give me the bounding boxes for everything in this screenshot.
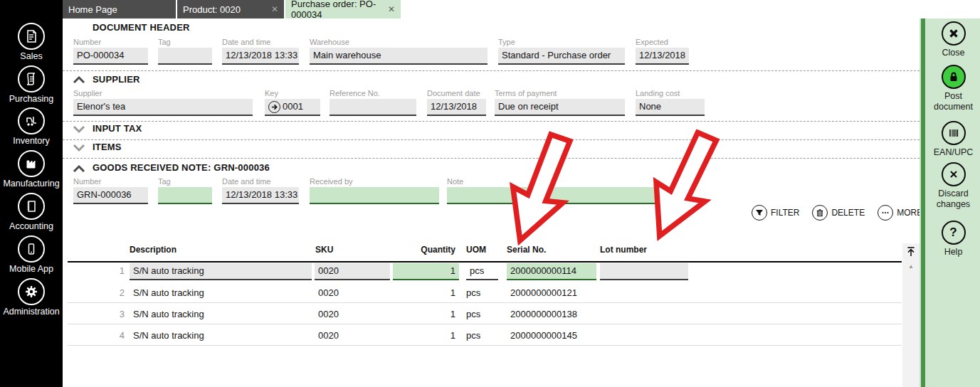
date-time-input[interactable]: 12/13/2018 13:33 bbox=[222, 48, 299, 65]
description-cell[interactable]: S/N auto tracking bbox=[133, 287, 204, 298]
key-input[interactable]: 0001 bbox=[265, 99, 320, 116]
field-number: Number PO-000034 bbox=[73, 38, 148, 65]
purchase-order-form: DOCUMENT HEADER Number PO-000034 Tag Dat… bbox=[63, 18, 920, 387]
tag-input[interactable] bbox=[158, 48, 212, 65]
expand-chevron-down-icon[interactable] bbox=[73, 125, 85, 134]
page-scrollbar[interactable] bbox=[920, 18, 927, 387]
tab-home-page[interactable]: Home Page bbox=[63, 0, 176, 18]
tab-product-0020[interactable]: Product: 0020 ✕ bbox=[177, 0, 284, 18]
description-cell[interactable]: S/N auto tracking bbox=[130, 263, 312, 280]
ean-upc-button[interactable]: EAN/UPC bbox=[927, 121, 980, 158]
page-scrollbar-thumb[interactable] bbox=[921, 18, 925, 387]
field-label: Key bbox=[265, 89, 320, 99]
serial-no-cell[interactable]: 2000000000145 bbox=[510, 330, 577, 341]
serial-no-cell[interactable]: 2000000000114 bbox=[507, 263, 596, 280]
sidebar-item-manufacturing[interactable]: Manufacturing bbox=[0, 150, 63, 189]
terms-of-payment-input[interactable]: Due on receipt bbox=[495, 99, 625, 116]
lot-number-cell[interactable] bbox=[600, 263, 688, 280]
quantity-cell[interactable]: 1 bbox=[393, 309, 459, 319]
close-tab-icon[interactable]: ✕ bbox=[265, 5, 278, 14]
collapse-chevron-up-icon[interactable] bbox=[73, 164, 85, 173]
tab-purchase-order[interactable]: Purchase order: PO-000034 ✕ bbox=[285, 0, 401, 18]
section-title-items[interactable]: ITEMS bbox=[93, 142, 122, 152]
col-header-description[interactable]: Description bbox=[130, 245, 176, 255]
filter-label: FILTER bbox=[771, 208, 799, 218]
help-button[interactable]: ? Help bbox=[927, 221, 980, 258]
quantity-cell[interactable]: 1 bbox=[393, 263, 459, 280]
col-header-quantity[interactable]: Quantity bbox=[393, 245, 459, 255]
section-title-input-tax[interactable]: INPUT TAX bbox=[93, 123, 142, 134]
more-button[interactable]: MORE bbox=[878, 205, 922, 221]
uom-cell[interactable]: pcs bbox=[466, 309, 480, 319]
goto-arrow-icon[interactable] bbox=[268, 101, 280, 113]
sidebar-item-mobile-app[interactable]: Mobile App bbox=[0, 235, 63, 274]
ellipsis-icon bbox=[878, 205, 893, 221]
field-grn-received-by: Received by bbox=[310, 177, 439, 204]
section-title-grn[interactable]: GOODS RECEIVED NOTE: GRN-000036 bbox=[93, 162, 270, 173]
col-header-uom[interactable]: UOM bbox=[466, 245, 486, 255]
field-label: Date and time bbox=[222, 177, 299, 187]
field-reference-no: Reference No. bbox=[330, 89, 416, 116]
reference-no-input[interactable] bbox=[330, 99, 416, 116]
tab-label: Purchase order: PO-000034 bbox=[291, 0, 382, 20]
quantity-cell[interactable]: 1 bbox=[393, 287, 459, 298]
serial-no-cell[interactable]: 2000000000121 bbox=[510, 287, 577, 298]
expected-input[interactable]: 12/13/2018 bbox=[636, 48, 689, 65]
sku-cell[interactable]: 0020 bbox=[318, 287, 339, 298]
sidebar-item-accounting[interactable]: Accounting bbox=[0, 193, 63, 231]
filter-button[interactable]: FILTER bbox=[752, 205, 799, 221]
uom-cell[interactable]: pcs bbox=[466, 287, 480, 298]
col-header-lot-number[interactable]: Lot number bbox=[600, 245, 647, 255]
close-tab-icon[interactable]: ✕ bbox=[382, 5, 395, 14]
description-cell[interactable]: S/N auto tracking bbox=[133, 309, 204, 319]
type-input[interactable]: Standard - Purchase order bbox=[498, 48, 625, 65]
field-label: Warehouse bbox=[310, 38, 488, 48]
grn-number-input[interactable]: GRN-000036 bbox=[73, 187, 148, 204]
section-title-supplier[interactable]: SUPPLIER bbox=[93, 74, 140, 85]
document-date-input[interactable]: 12/13/2018 bbox=[427, 99, 486, 116]
warehouse-input[interactable]: Main warehouse bbox=[310, 48, 488, 65]
field-label: Terms of payment bbox=[495, 89, 625, 99]
number-input[interactable]: PO-000034 bbox=[73, 48, 148, 65]
scrollbar-up-arrow[interactable]: ▲ bbox=[902, 263, 920, 270]
quantity-cell[interactable]: 1 bbox=[393, 330, 459, 341]
question-mark-icon: ? bbox=[942, 221, 966, 245]
field-date-time: Date and time 12/13/2018 13:33 bbox=[222, 38, 299, 65]
grn-date-time-input[interactable]: 12/13/2018 13:33 bbox=[222, 187, 299, 204]
landing-cost-input[interactable]: None bbox=[636, 99, 705, 116]
sidebar-label: Administration bbox=[0, 307, 63, 317]
forklift-icon bbox=[18, 107, 45, 134]
close-button[interactable]: Close bbox=[927, 21, 980, 58]
sidebar-label: Accounting bbox=[0, 221, 63, 231]
row-number: 3 bbox=[103, 309, 125, 319]
post-document-button[interactable]: Post document bbox=[927, 65, 980, 112]
uom-cell[interactable]: pcs bbox=[466, 330, 480, 341]
sidebar-item-purchasing[interactable]: Purchasing bbox=[0, 65, 63, 104]
filter-funnel-icon bbox=[752, 205, 767, 221]
barcode-icon bbox=[942, 121, 966, 145]
field-label: Tag bbox=[158, 38, 212, 48]
col-header-sku[interactable]: SKU bbox=[315, 245, 333, 255]
sku-cell[interactable]: 0020 bbox=[318, 330, 339, 341]
supplier-input[interactable]: Elenor's tea bbox=[73, 99, 253, 116]
expand-chevron-down-icon[interactable] bbox=[73, 144, 85, 152]
grn-received-by-input[interactable] bbox=[310, 187, 439, 204]
field-grn-number: Number GRN-000036 bbox=[73, 177, 148, 204]
serial-no-cell[interactable]: 2000000000138 bbox=[510, 309, 577, 319]
sku-cell[interactable]: 0020 bbox=[315, 263, 390, 280]
sku-cell[interactable]: 0020 bbox=[318, 309, 339, 319]
description-cell[interactable]: S/N auto tracking bbox=[133, 330, 204, 341]
sidebar-item-sales[interactable]: Sales bbox=[0, 23, 63, 61]
collapse-chevron-up-icon[interactable] bbox=[73, 75, 85, 84]
sidebar-item-administration[interactable]: Administration bbox=[0, 278, 63, 317]
more-label: MORE bbox=[897, 208, 922, 218]
uom-cell[interactable]: pcs bbox=[466, 263, 498, 280]
sidebar-item-inventory[interactable]: Inventory bbox=[0, 107, 63, 146]
sidebar-label: Sales bbox=[0, 51, 63, 61]
discard-changes-button[interactable]: Discard changes bbox=[927, 162, 980, 210]
delete-button[interactable]: DELETE bbox=[812, 205, 865, 221]
row-divider bbox=[68, 302, 902, 303]
row-number: 1 bbox=[103, 265, 125, 276]
scroll-to-top-button[interactable] bbox=[902, 243, 920, 260]
grn-tag-input[interactable] bbox=[158, 187, 212, 204]
